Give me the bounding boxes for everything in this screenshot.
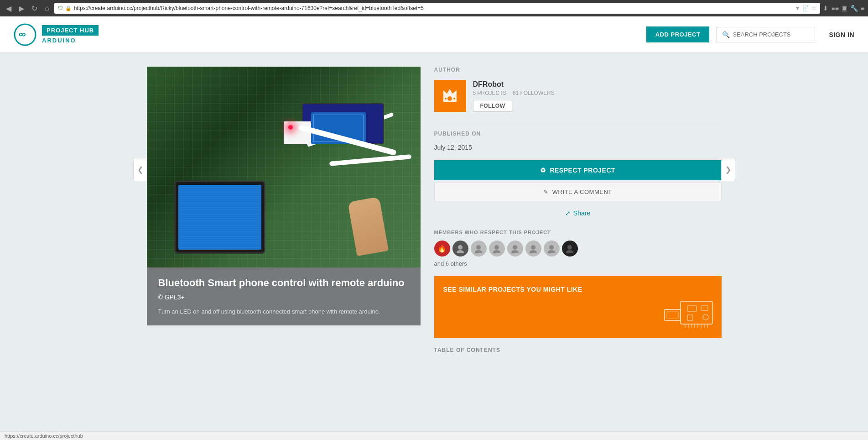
toc-section: TABLE OF CONTENTS bbox=[434, 347, 722, 353]
published-date: July 12, 2015 bbox=[434, 144, 722, 151]
member-avatars: 🔥 bbox=[434, 241, 722, 257]
member-avatar[interactable] bbox=[544, 241, 560, 257]
and-others-text: and 6 others bbox=[434, 260, 722, 267]
similar-projects-label: SEE SIMILAR PROJECTS YOU MIGHT LIKE bbox=[443, 285, 582, 294]
svg-rect-25 bbox=[687, 306, 696, 311]
author-section-title: AUTHOR bbox=[434, 67, 722, 73]
svg-point-7 bbox=[458, 245, 463, 250]
top-nav: ∞ PROJECT HUB ARDUINO ADD PROJECT 🔍 SIGN… bbox=[0, 16, 868, 53]
toc-title: TABLE OF CONTENTS bbox=[434, 347, 722, 353]
url-dropdown-icon[interactable]: ▼ bbox=[795, 5, 800, 11]
author-section: AUTHOR DFRobot bbox=[434, 67, 722, 112]
windows-icon[interactable]: ▣ bbox=[842, 5, 847, 12]
svg-point-11 bbox=[494, 245, 499, 250]
next-project-button[interactable]: ❯ bbox=[721, 158, 735, 181]
avatar-person-icon bbox=[474, 244, 483, 253]
respect-icon: ♻ bbox=[540, 167, 546, 174]
respect-button[interactable]: ♻ RESPECT PROJECT bbox=[434, 160, 722, 180]
url-bookmark-icon[interactable]: ☆ bbox=[811, 5, 816, 11]
avatar-person-icon bbox=[492, 244, 501, 253]
search-input[interactable] bbox=[733, 31, 809, 38]
project-title-overlay: Bluetooth Smart phone control with remot… bbox=[147, 267, 421, 325]
svg-point-12 bbox=[493, 250, 500, 253]
project-license: © GPL3+ bbox=[158, 293, 185, 301]
add-project-button[interactable]: ADD PROJECT bbox=[646, 26, 710, 42]
member-avatar[interactable] bbox=[525, 241, 541, 257]
avatar-person-icon bbox=[529, 244, 538, 253]
logo-area[interactable]: ∞ PROJECT HUB ARDUINO bbox=[14, 23, 99, 46]
svg-point-18 bbox=[548, 250, 555, 253]
project-hero-image bbox=[147, 67, 421, 267]
svg-point-28 bbox=[703, 314, 708, 320]
published-section-title: PUBLISHED ON bbox=[434, 131, 722, 137]
svg-text:∞: ∞ bbox=[19, 28, 26, 40]
svg-point-9 bbox=[476, 245, 481, 250]
main-container: ❮ Bluetooth Smart phone control with rem… bbox=[138, 67, 731, 353]
avatar-person-icon bbox=[456, 244, 465, 253]
downloads-icon[interactable]: ⬇ bbox=[823, 5, 828, 12]
reload-button[interactable]: ↻ bbox=[29, 3, 40, 14]
member-avatar[interactable] bbox=[507, 241, 523, 257]
member-avatar[interactable] bbox=[489, 241, 505, 257]
back-button[interactable]: ◀ bbox=[4, 3, 14, 14]
avatar-person-icon bbox=[510, 244, 520, 253]
member-avatar[interactable] bbox=[562, 241, 578, 257]
author-avatar bbox=[434, 80, 466, 112]
author-name: DFRobot bbox=[473, 80, 722, 89]
svg-point-13 bbox=[513, 245, 517, 250]
prev-project-button[interactable]: ❮ bbox=[133, 158, 147, 181]
svg-point-14 bbox=[511, 250, 519, 253]
circuit-board-illustration bbox=[662, 297, 717, 333]
home-button[interactable]: ⌂ bbox=[42, 3, 52, 13]
search-icon: 🔍 bbox=[722, 31, 730, 38]
sidebar: AUTHOR DFRobot bbox=[434, 67, 722, 353]
members-title: MEMBERS WHO RESPECT THIS PROJECT bbox=[434, 230, 722, 235]
project-description: Turn an LED on and off using bluetooth c… bbox=[158, 307, 409, 316]
sign-in-link[interactable]: SIGN IN bbox=[829, 31, 854, 38]
svg-point-6 bbox=[453, 98, 455, 100]
arduino-logo-icon: ∞ bbox=[14, 23, 36, 46]
firefox-menu[interactable]: ≡ bbox=[861, 5, 864, 12]
member-avatar[interactable] bbox=[471, 241, 487, 257]
project-title: Bluetooth Smart phone control with remot… bbox=[158, 277, 409, 303]
svg-point-17 bbox=[549, 245, 554, 250]
svg-point-19 bbox=[567, 245, 572, 250]
dfrobot-logo-icon bbox=[440, 87, 460, 105]
svg-rect-23 bbox=[667, 312, 678, 318]
svg-point-4 bbox=[447, 96, 452, 101]
svg-point-15 bbox=[531, 245, 535, 250]
author-info: DFRobot 5 PROJECTS 61 FOLLOWERS FOLLOW bbox=[473, 80, 722, 112]
svg-rect-21 bbox=[681, 301, 712, 324]
similar-projects-box[interactable]: SEE SIMILAR PROJECTS YOU MIGHT LIKE bbox=[434, 276, 722, 338]
svg-point-10 bbox=[475, 250, 482, 253]
browser-menu-icons: ⬇ ≡≡ ▣ 🔧 ≡ bbox=[823, 5, 864, 12]
member-avatar[interactable] bbox=[452, 241, 468, 257]
avatar-person-icon bbox=[565, 244, 574, 253]
tablet-screen bbox=[178, 185, 261, 250]
avatar-person-icon bbox=[547, 244, 556, 253]
author-card: DFRobot 5 PROJECTS 61 FOLLOWERS FOLLOW bbox=[434, 80, 722, 112]
extensions-icon[interactable]: 🔧 bbox=[850, 5, 858, 12]
member-avatar[interactable]: 🔥 bbox=[434, 241, 450, 257]
url-reader-icon[interactable]: 📄 bbox=[802, 5, 809, 11]
svg-point-16 bbox=[530, 250, 537, 253]
members-section: MEMBERS WHO RESPECT THIS PROJECT 🔥 bbox=[434, 230, 722, 267]
svg-point-20 bbox=[566, 250, 573, 253]
comment-button[interactable]: ✎ WRITE A COMMENT bbox=[434, 183, 722, 201]
address-bar[interactable]: 🛡 🔒 https://create.arduino.cc/projecthub… bbox=[54, 3, 821, 14]
author-meta: 5 PROJECTS 61 FOLLOWERS bbox=[473, 90, 722, 96]
divider-1 bbox=[434, 121, 722, 121]
comment-icon: ✎ bbox=[543, 189, 549, 195]
svg-rect-27 bbox=[687, 315, 693, 320]
tablet-device bbox=[174, 181, 265, 254]
led-light bbox=[288, 125, 293, 130]
svg-rect-26 bbox=[701, 306, 708, 310]
forward-button[interactable]: ▶ bbox=[16, 3, 26, 14]
bookmarks-icon[interactable]: ≡≡ bbox=[831, 5, 838, 12]
follow-button[interactable]: FOLLOW bbox=[473, 100, 513, 112]
security-icon: 🛡 bbox=[58, 5, 63, 11]
browser-chrome: ◀ ▶ ↻ ⌂ 🛡 🔒 https://create.arduino.cc/pr… bbox=[0, 0, 868, 16]
share-button[interactable]: ⤢ Share bbox=[434, 206, 722, 220]
search-bar: 🔍 bbox=[716, 27, 815, 42]
project-hub-badge: PROJECT HUB bbox=[42, 25, 99, 36]
